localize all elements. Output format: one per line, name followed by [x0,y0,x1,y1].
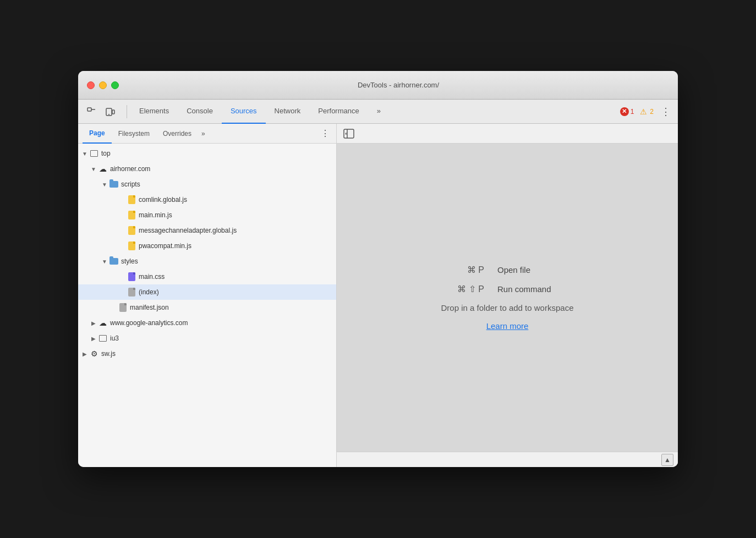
shortcut-run-command-keys: ⌘ ⇧ P [440,284,484,294]
tree-item-top[interactable]: ▼ top [78,146,336,161]
tree-item-scripts[interactable]: ▼ scripts [78,177,336,192]
sidebar-tab-actions: ⋮ [319,127,332,140]
main-toolbar: Elements Console Sources Network Perform… [78,100,678,124]
toggle-sidebar-button[interactable] [341,126,357,141]
drop-folder-text: Drop in a folder to add to workspace [441,303,574,312]
traffic-lights [87,81,119,89]
tree-item-main-css[interactable]: main.css [78,269,336,284]
maximize-button[interactable] [111,81,119,89]
device-toolbar-button[interactable] [101,103,119,120]
tree-label-styles: styles [121,257,138,265]
tree-item-msgchannel[interactable]: messagechanneladapter.global.js [78,223,336,238]
tree-item-sw[interactable]: ▶ ⚙ sw.js [78,346,336,361]
sidebar-tab-more[interactable]: » [198,130,209,138]
learn-more-link[interactable]: Learn more [486,321,529,331]
generic-icon-index [127,287,136,297]
tree-label-iu3: iu3 [110,334,119,342]
js-icon-comlink [127,195,136,205]
gear-icon-sw: ⚙ [89,349,99,359]
frame-icon-iu3 [98,333,108,343]
workspace-area: ⌘ P Open file ⌘ ⇧ P Run command Drop in … [337,144,678,452]
tree-item-manifest[interactable]: manifest.json [78,300,336,315]
tree-item-comlink[interactable]: comlink.global.js [78,192,336,207]
content-panel: ⌘ P Open file ⌘ ⇧ P Run command Drop in … [337,124,678,467]
tree-arrow-styles: ▼ [100,259,109,265]
tree-item-pwacompat[interactable]: pwacompat.min.js [78,238,336,254]
toolbar-icon-group [83,103,119,120]
shortcut-open-file-keys: ⌘ P [440,265,484,275]
tree-label-main-min: main.min.js [139,211,172,219]
tab-sources[interactable]: Sources [222,100,266,124]
css-icon-main [127,272,136,282]
error-icon: ✕ [620,107,629,116]
toolbar-more-button[interactable]: ⋮ [658,104,673,119]
js-icon-msgchannel [127,226,136,235]
tree-label-msgchannel: messagechanneladapter.global.js [139,227,237,234]
tree-label-comlink: comlink.global.js [139,196,187,204]
tab-performance[interactable]: Performance [309,100,368,124]
cloud-icon-google-analytics: ☁ [98,318,108,328]
tab-elements[interactable]: Elements [130,100,178,124]
folder-icon-scripts [109,179,119,189]
inspect-element-button[interactable] [83,103,100,120]
svg-rect-3 [112,110,114,114]
warning-icon: ⚠ [638,107,648,116]
tree-arrow-airhorner: ▼ [89,166,98,172]
tree-label-main-css: main.css [139,273,165,281]
js-icon-main-min [127,210,136,220]
tree-arrow-scripts: ▼ [100,182,109,188]
toolbar-right: ✕ 1 ⚠ 2 ⋮ [620,104,673,119]
js-icon-pwacompat [127,241,136,251]
tree-item-iu3[interactable]: ▶ iu3 [78,331,336,346]
tree-arrow-google-analytics: ▶ [89,320,98,326]
main-area: Page Filesystem Overrides » ⋮ [78,124,678,467]
tab-network[interactable]: Network [266,100,310,124]
svg-rect-5 [344,129,354,138]
shortcut-run-command: ⌘ ⇧ P Run command [440,284,574,294]
tree-item-google-analytics[interactable]: ▶ ☁ www.google-analytics.com [78,315,336,331]
tree-label-index: (index) [139,288,159,296]
drawer-toggle-button[interactable]: ▲ [661,454,673,466]
tree-label-sw: sw.js [101,350,116,358]
svg-point-4 [108,114,109,115]
tree-label-scripts: scripts [121,180,140,188]
tree-label-pwacompat: pwacompat.min.js [139,242,191,250]
sidebar: Page Filesystem Overrides » ⋮ [78,124,337,467]
sidebar-more-options[interactable]: ⋮ [319,127,332,140]
cloud-icon-airhorner: ☁ [98,164,108,174]
toolbar-separator [127,105,127,118]
toolbar-tabs: Elements Console Sources Network Perform… [130,100,620,123]
tree-arrow-sw: ▶ [80,351,89,357]
frame-icon [89,149,99,158]
close-button[interactable] [87,81,95,89]
tab-console[interactable]: Console [178,100,222,124]
generic-icon-manifest [118,303,128,312]
tree-label-manifest: manifest.json [130,304,169,311]
tree-item-main-min[interactable]: main.min.js [78,207,336,223]
sidebar-tab-overrides[interactable]: Overrides [156,124,198,144]
sidebar-tab-page[interactable]: Page [83,124,112,144]
tree-item-index[interactable]: (index) [78,284,336,300]
sidebar-tab-filesystem[interactable]: Filesystem [112,124,156,144]
shortcut-open-file: ⌘ P Open file [440,265,574,275]
window-title: DevTools - airhorner.com/ [128,81,669,89]
warning-badge[interactable]: ⚠ 2 [638,107,654,116]
content-toolbar [337,124,678,144]
sidebar-tabs: Page Filesystem Overrides » ⋮ [78,124,336,144]
tree-label-google-analytics: www.google-analytics.com [110,319,188,327]
shortcut-run-command-label: Run command [497,284,574,294]
tab-more[interactable]: » [368,100,390,124]
tree-item-airhorner[interactable]: ▼ ☁ airhorner.com [78,161,336,177]
shortcut-open-file-label: Open file [497,265,574,275]
devtools-window: DevTools - airhorner.com/ Elements [78,71,678,467]
minimize-button[interactable] [99,81,107,89]
bottom-bar: ▲ [337,452,678,467]
tree-item-styles[interactable]: ▼ styles [78,254,336,269]
folder-icon-styles [109,256,119,266]
svg-rect-0 [87,108,91,111]
tree-arrow-iu3: ▶ [89,336,98,342]
error-badge[interactable]: ✕ 1 [620,107,634,116]
tree-arrow-top: ▼ [80,151,89,157]
file-tree: ▼ top ▼ ☁ airhorner.com ▼ [78,144,336,467]
svg-line-8 [346,134,347,135]
